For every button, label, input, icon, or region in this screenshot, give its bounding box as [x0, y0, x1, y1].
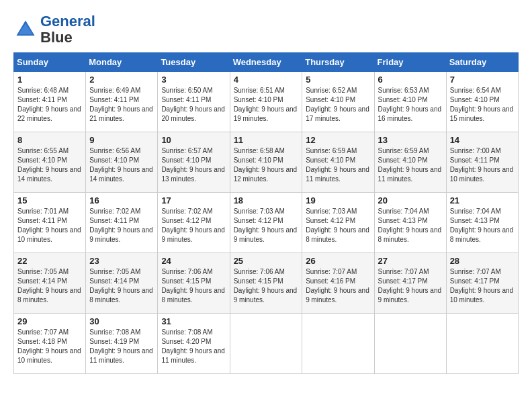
calendar-cell: 29 Sunrise: 7:07 AMSunset: 4:18 PMDaylig…	[14, 314, 86, 374]
day-info: Sunrise: 7:05 AMSunset: 4:14 PMDaylight:…	[89, 268, 153, 304]
weekday-saturday: Saturday	[446, 53, 518, 72]
weekday-friday: Friday	[374, 53, 446, 72]
day-number: 31	[161, 316, 226, 326]
weekday-tuesday: Tuesday	[158, 53, 230, 72]
day-info: Sunrise: 7:01 AMSunset: 4:11 PMDaylight:…	[17, 208, 81, 243]
weekday-thursday: Thursday	[302, 53, 374, 72]
day-number: 28	[450, 256, 515, 266]
calendar-cell: 25 Sunrise: 7:06 AMSunset: 4:15 PMDaylig…	[230, 253, 302, 314]
weekday-monday: Monday	[86, 53, 158, 72]
calendar-cell: 31 Sunrise: 7:08 AMSunset: 4:20 PMDaylig…	[158, 314, 230, 374]
day-number: 26	[306, 256, 370, 266]
day-info: Sunrise: 7:07 AMSunset: 4:18 PMDaylight:…	[17, 328, 81, 364]
calendar-cell: 6 Sunrise: 6:53 AMSunset: 4:10 PMDayligh…	[374, 72, 446, 132]
calendar-cell: 7 Sunrise: 6:54 AMSunset: 4:10 PMDayligh…	[446, 72, 518, 132]
calendar-week-4: 22 Sunrise: 7:05 AMSunset: 4:14 PMDaylig…	[14, 253, 519, 314]
day-number: 4	[234, 75, 299, 85]
calendar-cell: 8 Sunrise: 6:55 AMSunset: 4:10 PMDayligh…	[14, 132, 86, 193]
day-info: Sunrise: 7:02 AMSunset: 4:11 PMDaylight:…	[89, 208, 153, 243]
day-number: 9	[89, 135, 154, 145]
day-info: Sunrise: 6:48 AMSunset: 4:11 PMDaylight:…	[17, 87, 81, 122]
day-info: Sunrise: 6:58 AMSunset: 4:10 PMDaylight:…	[234, 147, 298, 183]
calendar-week-3: 15 Sunrise: 7:01 AMSunset: 4:11 PMDaylig…	[14, 193, 519, 253]
day-number: 24	[161, 256, 226, 266]
weekday-wednesday: Wednesday	[230, 53, 302, 72]
day-info: Sunrise: 6:52 AMSunset: 4:10 PMDaylight:…	[306, 87, 369, 122]
day-info: Sunrise: 7:06 AMSunset: 4:15 PMDaylight:…	[161, 268, 225, 304]
day-info: Sunrise: 7:07 AMSunset: 4:16 PMDaylight:…	[306, 268, 369, 304]
day-number: 16	[89, 195, 154, 205]
calendar-cell: 17 Sunrise: 7:02 AMSunset: 4:12 PMDaylig…	[158, 193, 230, 253]
day-info: Sunrise: 7:04 AMSunset: 4:13 PMDaylight:…	[450, 208, 514, 243]
day-info: Sunrise: 6:51 AMSunset: 4:10 PMDaylight:…	[234, 87, 298, 122]
day-number: 2	[89, 75, 154, 85]
calendar-cell: 4 Sunrise: 6:51 AMSunset: 4:10 PMDayligh…	[230, 72, 302, 132]
day-info: Sunrise: 7:07 AMSunset: 4:17 PMDaylight:…	[450, 268, 514, 304]
calendar-cell: 10 Sunrise: 6:57 AMSunset: 4:10 PMDaylig…	[158, 132, 230, 193]
calendar-cell: 16 Sunrise: 7:02 AMSunset: 4:11 PMDaylig…	[86, 193, 158, 253]
day-info: Sunrise: 6:57 AMSunset: 4:10 PMDaylight:…	[161, 147, 225, 183]
day-info: Sunrise: 7:05 AMSunset: 4:14 PMDaylight:…	[17, 268, 81, 304]
calendar-cell: 15 Sunrise: 7:01 AMSunset: 4:11 PMDaylig…	[14, 193, 86, 253]
weekday-header-row: SundayMondayTuesdayWednesdayThursdayFrid…	[14, 53, 519, 72]
calendar-week-1: 1 Sunrise: 6:48 AMSunset: 4:11 PMDayligh…	[14, 72, 519, 132]
calendar-cell: 2 Sunrise: 6:49 AMSunset: 4:11 PMDayligh…	[86, 72, 158, 132]
logo-text: GeneralBlue	[40, 13, 95, 46]
calendar-cell: 3 Sunrise: 6:50 AMSunset: 4:11 PMDayligh…	[158, 72, 230, 132]
day-info: Sunrise: 6:59 AMSunset: 4:10 PMDaylight:…	[378, 147, 442, 183]
calendar-cell: 23 Sunrise: 7:05 AMSunset: 4:14 PMDaylig…	[86, 253, 158, 314]
day-number: 25	[234, 256, 299, 266]
day-info: Sunrise: 7:03 AMSunset: 4:12 PMDaylight:…	[234, 208, 298, 243]
day-number: 10	[161, 135, 226, 145]
day-info: Sunrise: 7:07 AMSunset: 4:17 PMDaylight:…	[378, 268, 442, 304]
calendar-cell: 26 Sunrise: 7:07 AMSunset: 4:16 PMDaylig…	[302, 253, 374, 314]
day-number: 29	[17, 316, 82, 326]
day-number: 14	[450, 135, 515, 145]
calendar-body: 1 Sunrise: 6:48 AMSunset: 4:11 PMDayligh…	[14, 72, 519, 374]
calendar-cell	[302, 314, 374, 374]
day-number: 15	[17, 195, 82, 205]
day-number: 6	[378, 75, 443, 85]
day-number: 19	[306, 195, 370, 205]
day-info: Sunrise: 7:08 AMSunset: 4:19 PMDaylight:…	[89, 328, 153, 364]
day-number: 13	[378, 135, 443, 145]
calendar-cell: 22 Sunrise: 7:05 AMSunset: 4:14 PMDaylig…	[14, 253, 86, 314]
calendar-cell	[230, 314, 302, 374]
logo: GeneralBlue	[13, 13, 95, 46]
day-info: Sunrise: 6:50 AMSunset: 4:11 PMDaylight:…	[161, 87, 225, 122]
calendar-cell: 13 Sunrise: 6:59 AMSunset: 4:10 PMDaylig…	[374, 132, 446, 193]
calendar-cell: 19 Sunrise: 7:03 AMSunset: 4:12 PMDaylig…	[302, 193, 374, 253]
calendar-cell: 5 Sunrise: 6:52 AMSunset: 4:10 PMDayligh…	[302, 72, 374, 132]
calendar-cell: 24 Sunrise: 7:06 AMSunset: 4:15 PMDaylig…	[158, 253, 230, 314]
day-number: 22	[17, 256, 82, 266]
day-number: 5	[306, 75, 370, 85]
day-number: 12	[306, 135, 370, 145]
day-info: Sunrise: 7:08 AMSunset: 4:20 PMDaylight:…	[161, 328, 225, 364]
calendar-cell: 9 Sunrise: 6:56 AMSunset: 4:10 PMDayligh…	[86, 132, 158, 193]
day-number: 23	[89, 256, 154, 266]
day-info: Sunrise: 7:04 AMSunset: 4:13 PMDaylight:…	[378, 208, 442, 243]
day-info: Sunrise: 7:00 AMSunset: 4:11 PMDaylight:…	[450, 147, 514, 183]
calendar-cell: 20 Sunrise: 7:04 AMSunset: 4:13 PMDaylig…	[374, 193, 446, 253]
day-number: 3	[161, 75, 226, 85]
calendar-cell: 12 Sunrise: 6:59 AMSunset: 4:10 PMDaylig…	[302, 132, 374, 193]
day-info: Sunrise: 7:02 AMSunset: 4:12 PMDaylight:…	[161, 208, 225, 243]
day-info: Sunrise: 7:03 AMSunset: 4:12 PMDaylight:…	[306, 208, 369, 243]
day-number: 18	[234, 195, 299, 205]
calendar-cell: 14 Sunrise: 7:00 AMSunset: 4:11 PMDaylig…	[446, 132, 518, 193]
day-number: 7	[450, 75, 515, 85]
page-header: GeneralBlue	[13, 13, 519, 46]
calendar-cell: 21 Sunrise: 7:04 AMSunset: 4:13 PMDaylig…	[446, 193, 518, 253]
calendar-cell: 11 Sunrise: 6:58 AMSunset: 4:10 PMDaylig…	[230, 132, 302, 193]
day-number: 1	[17, 75, 82, 85]
day-info: Sunrise: 6:49 AMSunset: 4:11 PMDaylight:…	[89, 87, 153, 122]
day-number: 27	[378, 256, 443, 266]
day-info: Sunrise: 6:53 AMSunset: 4:10 PMDaylight:…	[378, 87, 442, 122]
day-number: 20	[378, 195, 443, 205]
day-info: Sunrise: 7:06 AMSunset: 4:15 PMDaylight:…	[234, 268, 298, 304]
calendar-cell	[446, 314, 518, 374]
day-number: 8	[17, 135, 82, 145]
calendar-cell: 28 Sunrise: 7:07 AMSunset: 4:17 PMDaylig…	[446, 253, 518, 314]
day-number: 21	[450, 195, 515, 205]
day-number: 11	[234, 135, 299, 145]
